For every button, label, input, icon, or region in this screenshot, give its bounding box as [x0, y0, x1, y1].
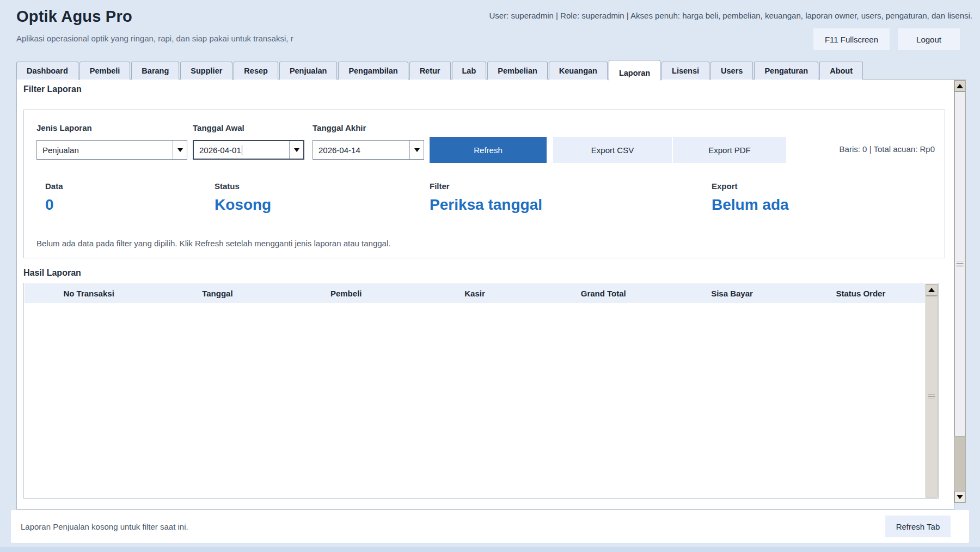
tab-about[interactable]: About	[819, 62, 863, 80]
tanggal-awal-input[interactable]: 2026-04-01	[193, 140, 304, 160]
results-table-header: No TransaksiTanggalPembeliKasirGrand Tot…	[24, 284, 925, 303]
column-header-status-order[interactable]: Status Order	[797, 284, 925, 303]
table-vertical-scrollbar[interactable]	[926, 284, 938, 498]
results-table-body	[24, 303, 925, 498]
filter-section-title: Filter Laporan	[23, 84, 82, 94]
tanggal-akhir-label: Tanggal Akhir	[313, 123, 366, 132]
tab-pembelian[interactable]: Pembelian	[487, 62, 548, 80]
jenis-laporan-select[interactable]: Penjualan	[36, 140, 187, 160]
status-message: Laporan Penjualan kosong untuk filter sa…	[21, 522, 188, 531]
stat-label-status: Status	[215, 181, 240, 191]
export-csv-button[interactable]: Export CSV	[553, 137, 672, 163]
app-title: Optik Agus Pro	[16, 8, 132, 26]
column-header-sisa-bayar[interactable]: Sisa Bayar	[667, 284, 796, 303]
tab-resep[interactable]: Resep	[234, 62, 278, 80]
tab-users[interactable]: Users	[710, 62, 753, 80]
app-subtitle: Aplikasi operasional optik yang ringan, …	[16, 34, 293, 43]
results-section-title: Hasil Laporan	[23, 268, 81, 278]
tab-pengaturan[interactable]: Pengaturan	[754, 62, 818, 80]
column-header-pembeli[interactable]: Pembeli	[282, 284, 411, 303]
tab-penjualan[interactable]: Penjualan	[279, 62, 338, 80]
fullscreen-button[interactable]: F11 Fullscreen	[813, 28, 890, 50]
page-vertical-scrollbar[interactable]	[954, 80, 966, 503]
empty-filter-note: Belum ada data pada filter yang dipilih.…	[36, 239, 390, 248]
tab-bar: DashboardPembeliBarangSupplierResepPenju…	[16, 61, 864, 80]
refresh-button[interactable]: Refresh	[430, 137, 547, 163]
column-header-grand-total[interactable]: Grand Total	[539, 284, 667, 303]
tab-dashboard[interactable]: Dashboard	[16, 62, 78, 80]
scroll-up-icon[interactable]	[954, 80, 965, 92]
tanggal-awal-label: Tanggal Awal	[193, 123, 244, 132]
jenis-laporan-value: Penjualan	[37, 141, 173, 159]
stat-value-export: Belum ada	[712, 196, 789, 214]
tab-barang[interactable]: Barang	[131, 62, 179, 80]
stat-label-export: Export	[712, 181, 738, 191]
stat-label-data: Data	[45, 181, 63, 191]
logout-button[interactable]: Logout	[898, 28, 960, 50]
tab-pengambilan[interactable]: Pengambilan	[338, 62, 408, 80]
stat-label-filter: Filter	[430, 181, 450, 191]
tab-lisensi[interactable]: Lisensi	[661, 62, 709, 80]
export-pdf-button[interactable]: Export PDF	[673, 137, 786, 163]
column-header-kasir[interactable]: Kasir	[411, 284, 539, 303]
chevron-down-icon[interactable]	[409, 141, 424, 159]
stat-value-status: Kosong	[215, 196, 271, 214]
column-header-tanggal[interactable]: Tanggal	[153, 284, 281, 303]
tanggal-awal-value: 2026-04-01	[194, 141, 289, 159]
results-table: No TransaksiTanggalPembeliKasirGrand Tot…	[23, 283, 939, 499]
tab-pembeli[interactable]: Pembeli	[79, 62, 131, 80]
window-bottom-edge	[0, 547, 980, 552]
tab-laporan[interactable]: Laporan	[609, 60, 660, 81]
tab-supplier[interactable]: Supplier	[180, 62, 232, 80]
laporan-tab-panel: Filter Laporan Jenis Laporan Tanggal Awa…	[16, 79, 954, 509]
stat-value-filter: Periksa tanggal	[430, 196, 542, 214]
tab-keuangan[interactable]: Keuangan	[549, 62, 608, 80]
tab-retur[interactable]: Retur	[409, 62, 451, 80]
scroll-up-icon[interactable]	[926, 284, 938, 296]
status-bar: Laporan Penjualan kosong untuk filter sa…	[11, 510, 969, 543]
tab-lab[interactable]: Lab	[452, 62, 487, 80]
jenis-laporan-label: Jenis Laporan	[36, 123, 92, 132]
chevron-down-icon[interactable]	[289, 141, 303, 159]
rows-total-summary: Baris: 0 | Total acuan: Rp0	[840, 144, 935, 154]
scroll-down-icon[interactable]	[954, 491, 965, 502]
text-cursor	[242, 145, 243, 155]
chevron-down-icon[interactable]	[173, 141, 187, 159]
column-header-no-transaksi[interactable]: No Transaksi	[24, 284, 153, 303]
tanggal-akhir-input[interactable]: 2026-04-14	[313, 140, 424, 160]
refresh-tab-button[interactable]: Refresh Tab	[885, 515, 951, 537]
stat-value-data: 0	[45, 196, 54, 214]
table-scrollbar-thumb[interactable]	[926, 296, 938, 498]
page-scrollbar-thumb[interactable]	[954, 92, 965, 436]
tanggal-akhir-value: 2026-04-14	[313, 141, 409, 159]
filter-box: Jenis Laporan Tanggal Awal Tanggal Akhir…	[23, 110, 945, 258]
user-role-info: User: superadmin | Role: superadmin | Ak…	[489, 11, 973, 20]
